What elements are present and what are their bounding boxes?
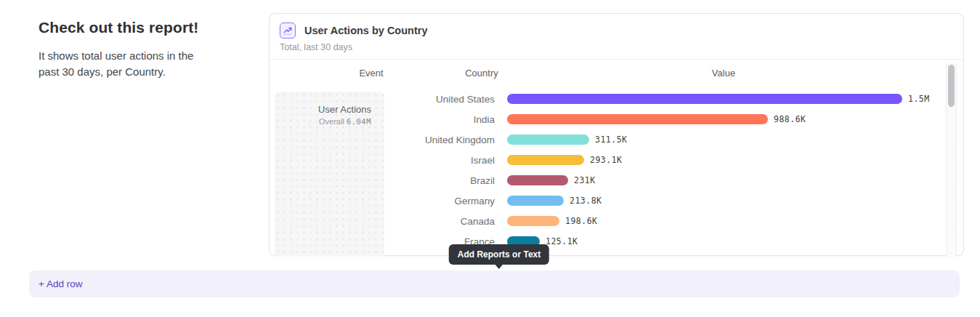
intro-description: It shows total user actions in the past … — [39, 48, 211, 80]
country-label: Brazil — [270, 175, 495, 186]
tooltip-text: Add Reports or Text — [458, 249, 540, 260]
chart-row: India988.6K — [270, 109, 946, 129]
value-bar[interactable] — [507, 216, 559, 226]
chart-row: Germany213.8K — [270, 190, 946, 211]
country-label: Germany — [270, 196, 495, 206]
column-header-event: Event — [359, 68, 383, 79]
intro-title: Check out this report! — [39, 19, 220, 36]
chart-row: Israel293.1K — [270, 150, 946, 170]
value-bar[interactable] — [507, 94, 902, 104]
country-label: Israel — [270, 155, 495, 166]
dashboard-canvas: Check out this report! It shows total us… — [0, 0, 980, 317]
bar-chart-area: Event Country Value User Actions Overall… — [270, 60, 963, 256]
vertical-scrollbar[interactable] — [946, 63, 957, 256]
report-card[interactable]: User Actions by Country Total, last 30 d… — [269, 13, 964, 256]
value-bar[interactable] — [507, 175, 568, 185]
tooltip-arrow — [495, 264, 503, 269]
report-card-header: User Actions by Country Total, last 30 d… — [270, 14, 963, 60]
chart-rows: United States1.5MIndia988.6KUnited Kingd… — [270, 89, 946, 252]
value-bar[interactable] — [507, 155, 584, 165]
text-card[interactable]: Check out this report! It shows total us… — [39, 19, 220, 80]
value-label: 231K — [574, 175, 596, 185]
value-label: 213.8K — [570, 196, 602, 206]
chart-row: United Kingdom311.5K — [270, 129, 946, 150]
add-reports-tooltip: Add Reports or Text — [449, 244, 549, 265]
chart-row: United States1.5M — [270, 89, 946, 109]
country-label: India — [270, 114, 495, 125]
chart-row: Canada198.6K — [270, 211, 946, 231]
chart-row: France125.1K — [270, 231, 946, 252]
report-title[interactable]: User Actions by Country — [304, 25, 427, 36]
column-header-country: Country — [465, 68, 498, 79]
report-subtitle: Total, last 30 days — [280, 42, 953, 52]
value-bar[interactable] — [507, 114, 768, 124]
value-label: 1.5M — [908, 94, 930, 104]
value-label: 311.5K — [595, 135, 628, 145]
add-row-button[interactable]: + Add row — [39, 278, 82, 289]
value-label: 125.1K — [546, 236, 578, 246]
column-header-value: Value — [712, 68, 735, 79]
country-label: Canada — [270, 216, 495, 227]
add-row-bar[interactable]: + Add row — [29, 270, 960, 297]
insights-report-icon — [280, 23, 296, 39]
value-label: 988.6K — [774, 114, 806, 124]
value-bar[interactable] — [507, 196, 564, 206]
chart-row: Brazil231K — [270, 170, 946, 190]
country-label: United States — [270, 94, 495, 105]
country-label: United Kingdom — [270, 135, 495, 145]
value-bar[interactable] — [507, 135, 589, 145]
value-label: 293.1K — [590, 155, 623, 165]
value-label: 198.6K — [565, 216, 598, 226]
scrollbar-thumb[interactable] — [948, 65, 955, 107]
